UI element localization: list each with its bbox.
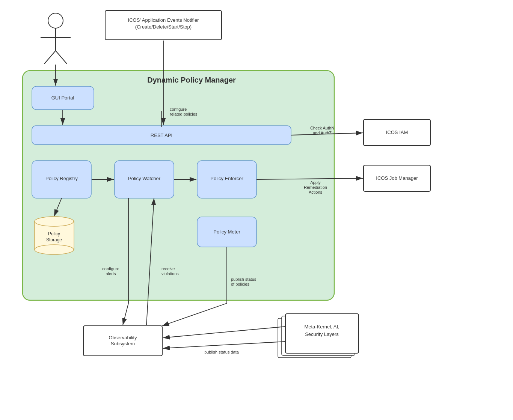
dpm-title: Dynamic Policy Manager: [147, 76, 236, 84]
icos-notifier-label: ICOS' Application Events Notifier: [128, 17, 199, 23]
rest-api-box: REST API: [32, 126, 291, 145]
svg-text:Security Layers: Security Layers: [305, 331, 339, 337]
apply-remediation-label: Apply: [310, 180, 321, 185]
svg-text:Policy Watcher: Policy Watcher: [128, 176, 161, 181]
svg-text:Actions: Actions: [309, 190, 323, 194]
policy-registry-box: Policy Registry: [32, 161, 91, 198]
svg-text:(Create/Delete/Start/Stop): (Create/Delete/Start/Stop): [135, 24, 192, 30]
icos-iam-box: ICOS IAM: [364, 119, 430, 146]
svg-text:of policies: of policies: [231, 282, 249, 286]
publish-status-data-label: publish status data: [204, 350, 239, 354]
diagram-container: ICOS' Application Events Notifier (Creat…: [0, 0, 513, 420]
svg-line-6: [56, 51, 67, 64]
svg-text:Policy Registry: Policy Registry: [45, 176, 78, 181]
svg-line-51: [162, 303, 227, 326]
svg-text:Storage: Storage: [46, 237, 62, 242]
meta-kernel-box: Meta-Kernel, AI, Security Layers: [278, 314, 359, 358]
svg-line-46: [123, 303, 128, 325]
configure-related-label: configure: [170, 107, 187, 111]
svg-text:Meta-Kernel, AI,: Meta-Kernel, AI,: [304, 324, 339, 330]
observability-box: Observability Subsystem: [83, 326, 162, 356]
icos-notifier-box: ICOS' Application Events Notifier (Creat…: [105, 11, 222, 40]
policy-meter-box: Policy Meter: [197, 217, 256, 247]
policy-enforcer-box: Policy Enforcer: [197, 161, 256, 198]
svg-point-2: [48, 13, 63, 28]
receive-violations-label: receive: [161, 266, 175, 271]
policy-meter-label: Policy Meter: [213, 229, 240, 235]
gui-portal-box: GUI Portal: [32, 86, 94, 110]
svg-point-18: [35, 217, 74, 226]
check-authn-label: Check AuthN: [310, 126, 334, 130]
svg-text:Policy: Policy: [48, 231, 60, 236]
icos-job-manager-label: ICOS Job Manager: [376, 175, 418, 181]
policy-enforcer-label: Policy Enforcer: [210, 176, 243, 181]
configure-alerts-label: configure: [102, 266, 119, 271]
observability-label: Subsystem: [111, 341, 135, 346]
icos-iam-label: ICOS IAM: [386, 129, 408, 135]
svg-text:and AuthZ: and AuthZ: [313, 131, 332, 135]
svg-text:violations: violations: [161, 271, 179, 276]
icos-job-manager-box: ICOS Job Manager: [364, 165, 430, 191]
gui-portal-label: GUI Portal: [51, 95, 74, 101]
svg-text:Observability: Observability: [109, 335, 137, 340]
policy-watcher-box: Policy Watcher: [115, 161, 174, 198]
svg-text:alerts: alerts: [106, 271, 116, 276]
svg-line-54: [163, 342, 285, 348]
actor: [41, 13, 71, 64]
svg-point-19: [35, 245, 74, 254]
svg-text:related policies: related policies: [170, 112, 198, 116]
svg-text:Remediation: Remediation: [304, 185, 327, 190]
svg-line-5: [44, 51, 56, 64]
publish-status-policies-label: publish status: [231, 277, 256, 282]
policy-storage-box: Policy Storage: [35, 217, 74, 254]
svg-line-53: [163, 327, 285, 338]
rest-api-label: REST API: [151, 132, 172, 138]
